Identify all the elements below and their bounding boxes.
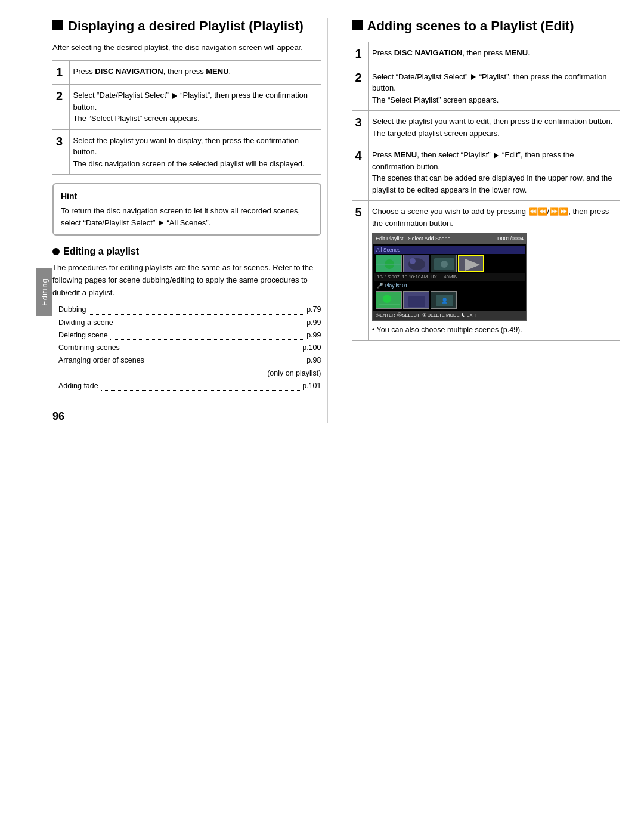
right-title-text: Adding scenes to a Playlist (Edit) [367,18,574,35]
svg-text:👤: 👤 [441,297,448,304]
table-row: 1 Press DISC NAVIGATION, then press MENU… [52,61,321,85]
toc-item: Dividing a scene p.99 [58,317,321,329]
hint-title: Hint [61,190,313,203]
scene-thumb [403,255,429,272]
table-row: 1 Press DISC NAVIGATION, then press MENU… [352,42,621,66]
step-num-r4: 4 [352,144,369,201]
table-row: 2 Select “Date/Playlist Select” “Playlis… [52,85,321,130]
footer-enter: ◎ENTER [376,312,395,318]
step-num-1: 1 [52,61,69,85]
page-number: 96 [52,410,321,423]
toc-page: p.99 [306,329,321,342]
step-content-r2: Select “Date/Playlist Select” “Playlist”… [369,66,621,111]
toc-page: p.100 [302,342,321,354]
playlist-row-label: 🎤 Playlist 01 [374,281,525,290]
toc-dots [110,329,304,340]
toc-page: p.98 [306,354,321,367]
step-num-3: 3 [52,129,69,175]
screen-header-right: D001/0004 [497,235,524,243]
step-num-r2: 2 [352,66,369,111]
arrow-icon [471,74,476,80]
toc-dots [89,304,305,314]
toc-page: p.79 [306,304,321,316]
toc-item: Combining scenes p.100 [58,342,321,354]
black-square-icon [52,20,63,30]
step-content-1: Press DISC NAVIGATION, then press MENU. [69,61,321,85]
footer-exit: ⏾EXIT [462,312,476,318]
screen-footer: ◎ENTER ⓈSELECT ① DELETE MODE ⏾EXIT [373,311,526,320]
arrow-icon [159,220,163,226]
toc-dots [101,380,300,391]
step-num-r5: 5 [352,201,369,341]
table-row: 3 Select the playlist you want to edit, … [352,111,621,144]
right-section-title: Adding scenes to a Playlist (Edit) [352,18,621,35]
toc-dots [116,317,304,327]
editing-playlist-title: Editing a playlist [52,246,321,257]
svg-point-8 [441,261,448,268]
sidebar-label: Editing [40,278,49,306]
hint-body: To return the disc navigation screen to … [61,205,313,228]
playlist-scenes-row: 👤 [374,290,525,309]
left-title-text: Displaying a desired Playlist (Playlist) [68,18,304,35]
toc-item: Adding fade p.101 [58,380,321,392]
timestamp-bar: 10/ 1/2007 10:10:10AM HX 40MIN [374,273,525,281]
toc-list: Dubbing p.79 Dividing a scene p.99 Delet… [52,304,321,392]
page-layout: Editing Displaying a desired Playlist (P… [36,18,620,423]
scenes-row [374,254,525,273]
screen-header: Edit Playlist - Select Add Scene D001/00… [373,234,526,244]
step-content-r1: Press DISC NAVIGATION, then press MENU. [369,42,621,66]
toc-page: p.99 [306,317,321,329]
scene-thumb [431,255,457,272]
content-area: Displaying a desired Playlist (Playlist)… [52,18,620,423]
step-num-r1: 1 [352,42,369,66]
screen-mockup: Edit Playlist - Select Add Scene D001/00… [372,233,527,321]
table-row: 5 Choose a scene you wish to add by pres… [352,201,621,341]
toc-page: p.101 [302,380,321,392]
arrow-icon [172,93,177,99]
step-content-r4: Press MENU, then select “Playlist” “Edit… [369,144,621,201]
bullet-icon [52,248,60,255]
all-scenes-label: All Scenes [374,246,525,255]
footer-select: ⓈSELECT [397,312,419,318]
toc-label: Arranging order of scenes [58,354,144,367]
step-num-2: 2 [52,85,69,130]
editing-playlist-body: The procedures for editing playlists are… [52,262,321,299]
svg-point-5 [410,258,416,264]
scene-thumb [376,255,402,272]
black-square-icon [352,20,363,30]
right-column: Adding scenes to a Playlist (Edit) 1 Pre… [346,18,621,423]
sidebar-tab: Editing [36,268,52,316]
toc-item: Deleting scene p.99 [58,329,321,342]
scene-thumb [458,255,484,272]
left-intro: After selecting the desired playlist, th… [52,42,321,54]
step5-note: • You can also choose multiple scenes (p… [372,324,617,336]
toc-label: Dividing a scene [58,317,113,329]
hint-box: Hint To return the disc navigation scree… [52,183,321,236]
toc-item: Dubbing p.79 [58,304,321,316]
arrow-icon [494,153,499,159]
step-content-3: Select the playlist you want to display,… [69,129,321,175]
step-content-r3: Select the playlist you want to edit, th… [369,111,621,144]
svg-point-11 [383,295,391,303]
toc-note: (only on playlist) [58,367,321,380]
svg-rect-14 [408,296,425,307]
toc-label: Deleting scene [58,329,108,342]
step-num-r3: 3 [352,111,369,144]
table-row: 4 Press MENU, then select “Playlist” “Ed… [352,144,621,201]
left-section-title: Displaying a desired Playlist (Playlist) [52,18,321,35]
table-row: 3 Select the playlist you want to displa… [52,129,321,175]
scene-thumb: 👤 [431,291,457,309]
screen-header-left: Edit Playlist - Select Add Scene [376,235,451,243]
screen-body: All Scenes [373,244,526,311]
step-content-2: Select “Date/Playlist Select” “Playlist”… [69,85,321,130]
left-steps-table: 1 Press DISC NAVIGATION, then press MENU… [52,60,321,175]
toc-dots [122,342,300,352]
toc-label: Adding fade [58,380,98,392]
toc-label: Dubbing [58,304,86,316]
right-steps-table: 1 Press DISC NAVIGATION, then press MENU… [352,42,621,342]
scene-thumb [376,291,402,309]
editing-playlist-label: Editing a playlist [63,246,139,257]
playlist-icon: 🎤 [377,282,383,290]
table-row: 2 Select “Date/Playlist Select” “Playlis… [352,66,621,111]
toc-item: Arranging order of scenes p.98 [58,354,321,367]
